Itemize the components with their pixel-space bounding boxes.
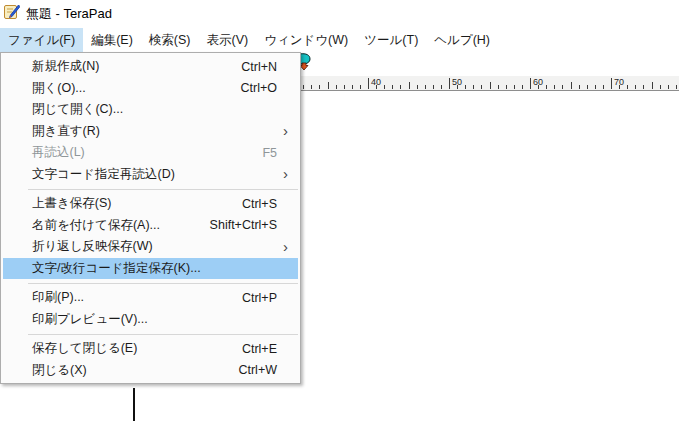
menu-separator bbox=[28, 334, 298, 335]
menu-item-4: 再読込(L)F5 bbox=[3, 142, 298, 164]
cursor-column-line bbox=[133, 388, 135, 421]
ruler-tick bbox=[319, 85, 320, 89]
menubar-item-2[interactable]: 検索(S) bbox=[141, 28, 199, 53]
ruler-tick bbox=[611, 78, 612, 89]
menu-item-2[interactable]: 閉じて開く(C)... bbox=[3, 99, 298, 121]
ruler-tick bbox=[676, 85, 677, 89]
ruler-tick bbox=[530, 78, 531, 89]
menubar-item-3[interactable]: 表示(V) bbox=[198, 28, 256, 53]
terapad-window: 無題 - TeraPad ファイル(F)編集(E)検索(S)表示(V)ウィンドウ… bbox=[0, 0, 679, 423]
ruler-tick bbox=[481, 85, 482, 89]
ruler-tick bbox=[425, 85, 426, 89]
menu-item-16[interactable]: 閉じる(X)Ctrl+W bbox=[3, 360, 298, 382]
ruler-tick bbox=[546, 85, 547, 89]
menu-item-shortcut: F5 bbox=[262, 146, 277, 160]
menubar-item-4[interactable]: ウィンドウ(W) bbox=[256, 28, 356, 53]
menu-item-label: 印刷(P)... bbox=[32, 289, 84, 306]
ruler-tick bbox=[441, 85, 442, 89]
menu-item-label: 文字コード指定再読込(D) bbox=[32, 166, 175, 183]
ruler-tick bbox=[303, 85, 304, 89]
menu-item-5[interactable]: 文字コード指定再読込(D)› bbox=[3, 164, 298, 186]
ruler-tick bbox=[328, 82, 329, 89]
ruler-tick bbox=[336, 85, 337, 89]
ruler-tick bbox=[635, 85, 636, 89]
menu-item-label: 開く(O)... bbox=[32, 80, 86, 97]
ruler-label: 50 bbox=[452, 77, 462, 87]
ruler-tick bbox=[465, 85, 466, 89]
menubar-item-6[interactable]: ヘルプ(H) bbox=[426, 28, 498, 53]
ruler-tick bbox=[360, 85, 361, 89]
menu-item-label: 文字/改行コード指定保存(K)... bbox=[32, 260, 201, 277]
menu-item-label: 閉じて開く(C)... bbox=[32, 101, 123, 118]
ruler-tick bbox=[579, 85, 580, 89]
ruler-tick bbox=[660, 85, 661, 89]
ruler-tick bbox=[311, 85, 312, 89]
ruler-tick bbox=[417, 85, 418, 89]
menubar-item-5[interactable]: ツール(T) bbox=[356, 28, 426, 53]
submenu-arrow-icon: › bbox=[283, 239, 288, 254]
menu-item-label: 印刷プレビュー(V)... bbox=[32, 311, 148, 328]
ruler-label: 60 bbox=[533, 77, 543, 87]
menu-item-shortcut: Ctrl+O bbox=[241, 81, 277, 95]
menu-item-label: 再読込(L) bbox=[32, 144, 85, 161]
menu-item-shortcut: Ctrl+S bbox=[242, 197, 277, 211]
menu-item-shortcut: Ctrl+W bbox=[238, 363, 277, 377]
ruler-tick bbox=[409, 82, 410, 89]
ruler-tick bbox=[571, 82, 572, 89]
menu-item-1[interactable]: 開く(O)...Ctrl+O bbox=[3, 78, 298, 100]
menu-item-shortcut: Ctrl+P bbox=[242, 291, 277, 305]
ruler-tick bbox=[498, 85, 499, 89]
menu-item-label: 名前を付けて保存(A)... bbox=[32, 217, 160, 234]
menu-item-shortcut: Ctrl+N bbox=[241, 60, 277, 74]
window-title: 無題 - TeraPad bbox=[26, 5, 112, 23]
app-icon bbox=[4, 4, 20, 20]
menu-item-8[interactable]: 名前を付けて保存(A)...Shift+Ctrl+S bbox=[3, 215, 298, 237]
menu-separator bbox=[28, 189, 298, 190]
ruler-tick bbox=[554, 85, 555, 89]
ruler-tick bbox=[595, 85, 596, 89]
menubar-item-file[interactable]: ファイル(F) bbox=[0, 28, 83, 53]
ruler-tick bbox=[473, 85, 474, 89]
menu-item-shortcut: Shift+Ctrl+S bbox=[210, 218, 277, 232]
menu-item-15[interactable]: 保存して閉じる(E)Ctrl+E bbox=[3, 338, 298, 360]
menu-item-shortcut: Ctrl+E bbox=[242, 342, 277, 356]
ruler-tick bbox=[562, 85, 563, 89]
menu-item-10[interactable]: 文字/改行コード指定保存(K)... bbox=[3, 258, 298, 280]
menu-item-13[interactable]: 印刷プレビュー(V)... bbox=[3, 309, 298, 331]
menu-item-7[interactable]: 上書き保存(S)Ctrl+S bbox=[3, 193, 298, 215]
ruler-tick bbox=[384, 85, 385, 89]
menu-item-3[interactable]: 開き直す(R)› bbox=[3, 121, 298, 143]
menu-item-0[interactable]: 新規作成(N)Ctrl+N bbox=[3, 56, 298, 78]
ruler-tick bbox=[652, 82, 653, 89]
menu-item-label: 閉じる(X) bbox=[32, 362, 87, 379]
menubar-item-1[interactable]: 編集(E) bbox=[83, 28, 141, 53]
ruler-tick bbox=[522, 85, 523, 89]
submenu-arrow-icon: › bbox=[283, 123, 288, 138]
ruler-tick bbox=[643, 85, 644, 89]
submenu-arrow-icon: › bbox=[283, 166, 288, 181]
ruler-tick bbox=[514, 85, 515, 89]
ruler-tick bbox=[344, 85, 345, 89]
ruler-tick bbox=[400, 85, 401, 89]
ruler-label: 40 bbox=[371, 77, 381, 87]
ruler-tick bbox=[627, 85, 628, 89]
menu-item-label: 開き直す(R) bbox=[32, 123, 100, 140]
ruler-tick bbox=[587, 85, 588, 89]
ruler-label: 70 bbox=[614, 77, 624, 87]
menu-separator bbox=[28, 283, 298, 284]
menu-item-label: 保存して閉じる(E) bbox=[32, 340, 137, 357]
menu-item-12[interactable]: 印刷(P)...Ctrl+P bbox=[3, 287, 298, 309]
file-menu: 新規作成(N)Ctrl+N開く(O)...Ctrl+O閉じて開く(C)...開き… bbox=[0, 52, 301, 384]
ruler-tick bbox=[668, 85, 669, 89]
menu-item-label: 上書き保存(S) bbox=[32, 195, 111, 212]
ruler-tick bbox=[368, 78, 369, 89]
title-bar: 無題 - TeraPad bbox=[0, 0, 679, 28]
ruler-tick bbox=[506, 85, 507, 89]
ruler-tick bbox=[433, 85, 434, 89]
menubar: ファイル(F)編集(E)検索(S)表示(V)ウィンドウ(W)ツール(T)ヘルプ(… bbox=[0, 28, 679, 53]
menu-item-9[interactable]: 折り返し反映保存(W)› bbox=[3, 236, 298, 258]
menu-item-label: 折り返し反映保存(W) bbox=[32, 238, 153, 255]
ruler-tick bbox=[352, 85, 353, 89]
menu-item-label: 新規作成(N) bbox=[32, 58, 99, 75]
ruler-tick bbox=[603, 85, 604, 89]
